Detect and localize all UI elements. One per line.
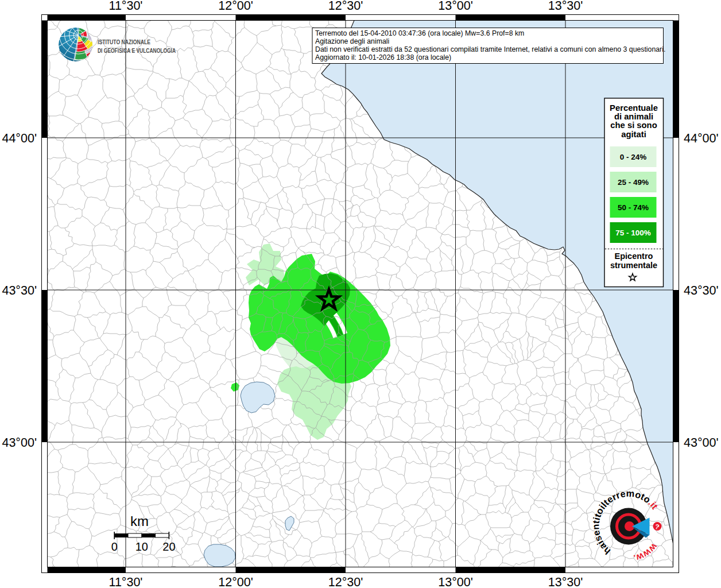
svg-text:km: km [130,513,149,529]
svg-text:44°00': 44°00' [684,131,719,145]
svg-text:di animali: di animali [614,112,653,121]
svg-text:50 - 74%: 50 - 74% [618,203,649,212]
svg-text:75 - 100%: 75 - 100% [615,229,651,237]
svg-text:10: 10 [135,540,148,553]
svg-text:13°30': 13°30' [548,575,583,588]
svg-text:12°30': 12°30' [328,575,363,588]
svg-text:11°30': 11°30' [109,0,143,13]
svg-text:12°00': 12°00' [218,0,253,13]
svg-text:12°30': 12°30' [328,0,363,13]
svg-text:Aggiornato il: 10-01-2026 18:3: Aggiornato il: 10-01-2026 18:38 (ora loc… [315,53,451,61]
svg-text:DI GEOFISICA E VULCANOLOGIA: DI GEOFISICA E VULCANOLOGIA [98,47,176,54]
svg-text:44°00': 44°00' [2,131,37,145]
svg-text:Percentuale: Percentuale [610,103,658,113]
svg-text:Terremoto del 15-04-2010 03:47: Terremoto del 15-04-2010 03:47:36 (ora l… [315,29,524,37]
svg-text:12°00': 12°00' [218,575,253,588]
svg-text:43°00': 43°00' [2,436,37,450]
svg-text:20: 20 [162,540,175,553]
svg-text:strumentale: strumentale [610,261,657,270]
svg-text:ISTITUTO NAZIONALE: ISTITUTO NAZIONALE [98,38,150,45]
svg-text:43°30': 43°30' [684,284,719,297]
svg-text:13°00': 13°00' [438,0,473,13]
svg-text:che si sono: che si sono [610,121,657,130]
svg-text:Epicentro: Epicentro [615,252,653,261]
svg-text:43°30': 43°30' [2,284,37,297]
svg-text:25 - 49%: 25 - 49% [618,178,649,187]
svg-text:0 - 24%: 0 - 24% [620,153,647,161]
svg-text:13°00': 13°00' [438,575,473,588]
svg-text:Agitazione degli animali: Agitazione degli animali [315,37,389,45]
svg-text:agitati: agitati [621,130,646,139]
svg-text:Dati non verificati estratti d: Dati non verificati estratti da 52 quest… [315,45,665,53]
svg-text:43°00': 43°00' [684,436,719,450]
svg-text:11°30': 11°30' [109,575,143,588]
svg-text:13°30': 13°30' [548,0,583,13]
svg-text:0: 0 [111,540,118,553]
